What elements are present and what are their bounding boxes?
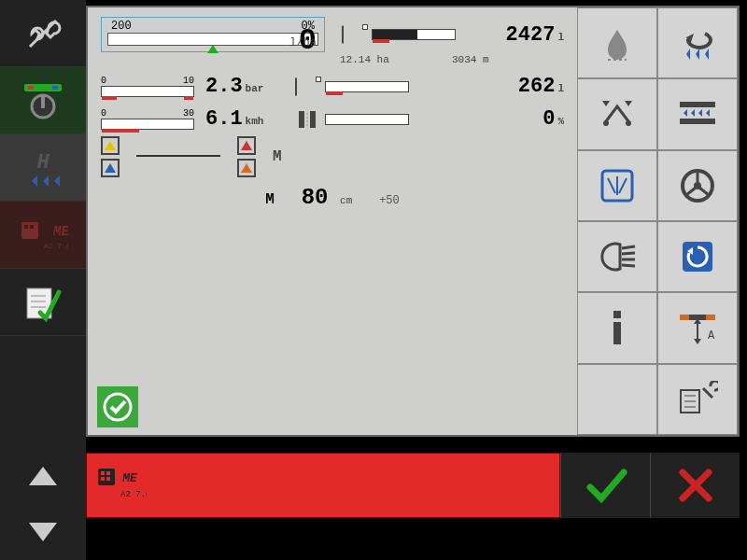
sidebar-down[interactable]	[0, 504, 86, 560]
svg-rect-4	[41, 95, 45, 108]
tri-right-bot[interactable]	[237, 159, 256, 177]
pressure-value: 2.3bar	[205, 75, 263, 98]
svg-rect-70	[101, 477, 105, 481]
x-icon	[677, 467, 714, 504]
btn-info[interactable]	[577, 292, 657, 363]
rate-box[interactable]: 200 0% 0 l/ha	[101, 17, 325, 52]
svg-rect-1	[28, 86, 34, 90]
svg-line-46	[686, 188, 696, 195]
svg-text:ME: ME	[52, 224, 68, 239]
alert-banner[interactable]: ME A2 7.05	[86, 453, 560, 518]
tank1-progress	[372, 29, 456, 40]
sidebar-settings[interactable]	[0, 0, 86, 67]
tri-left-top[interactable]	[101, 136, 120, 155]
svg-marker-34	[684, 109, 687, 117]
svg-marker-29	[602, 101, 610, 106]
speed-value: 6.1kmh	[205, 107, 263, 131]
btn-boom-height[interactable]: A	[657, 292, 738, 363]
svg-rect-38	[680, 119, 715, 124]
svg-text:ME: ME	[121, 471, 138, 485]
boom-height: M 80 cm +50	[101, 185, 564, 210]
status-ok-badge[interactable]	[97, 386, 138, 427]
svg-point-31	[603, 120, 609, 126]
tri-left-bot[interactable]	[101, 159, 120, 177]
accept-button[interactable]	[560, 453, 650, 518]
svg-text:H: H	[36, 151, 49, 175]
bottom-bar: ME A2 7.05	[86, 453, 740, 518]
btn-empty	[577, 364, 657, 435]
svg-rect-55	[613, 322, 621, 344]
svg-marker-61	[694, 339, 701, 344]
svg-rect-33	[680, 102, 715, 107]
svg-marker-18	[29, 467, 57, 485]
sidebar-headland[interactable]: H	[0, 134, 86, 202]
tank1-area: 12.14 ha	[340, 54, 452, 65]
svg-point-32	[626, 120, 631, 126]
svg-text:A2 7.05: A2 7.05	[120, 490, 147, 499]
checklist-icon	[21, 281, 64, 324]
svg-line-49	[622, 253, 635, 254]
reject-button[interactable]	[650, 453, 740, 518]
svg-marker-37	[706, 109, 710, 117]
svg-marker-19	[29, 523, 57, 541]
svg-rect-10	[24, 225, 28, 229]
btn-config[interactable]	[657, 364, 738, 435]
right-button-grid: A	[577, 7, 738, 435]
sidebar-guidance[interactable]	[0, 67, 86, 134]
section-icon	[599, 167, 636, 204]
boom-sections	[101, 217, 564, 242]
sidebar-up[interactable]	[0, 448, 86, 504]
tank1-value: 2427l	[506, 23, 564, 47]
rate-unit: l/ha	[289, 36, 317, 49]
boom-line	[136, 155, 220, 157]
tri-right-top[interactable]	[237, 136, 256, 155]
btn-fold[interactable]	[577, 78, 657, 149]
boom-height-icon: A	[676, 309, 719, 346]
return-icon	[677, 24, 718, 62]
pressure-gauge: 010	[101, 76, 194, 97]
m-label: M	[273, 148, 282, 165]
tank2-icon	[295, 78, 319, 95]
svg-marker-36	[698, 109, 702, 117]
controller-icon: ME A2 7.05	[18, 217, 68, 254]
check-circle-icon	[102, 391, 134, 423]
track-progress	[325, 114, 409, 125]
sidebar-controller[interactable]: ME A2 7.05	[0, 202, 86, 269]
btn-return[interactable]	[657, 7, 738, 78]
boom-geometry-row: M	[101, 136, 564, 177]
svg-rect-57	[680, 315, 689, 320]
config-icon	[677, 381, 718, 418]
tank1-icon	[342, 26, 366, 43]
btn-refresh[interactable]	[657, 221, 738, 292]
tank2-value: 262l	[518, 75, 564, 98]
btn-steering[interactable]	[657, 150, 738, 221]
alert-controller-icon: ME A2 7.05	[96, 465, 147, 506]
steering-icon	[679, 167, 716, 204]
svg-rect-2	[52, 86, 58, 90]
headlight-icon	[598, 241, 637, 273]
guidance-icon	[19, 78, 67, 123]
wrench-icon	[22, 13, 63, 54]
svg-rect-54	[613, 311, 621, 318]
left-sidebar: H ME A2 7.05	[0, 0, 86, 560]
svg-marker-27	[696, 49, 699, 60]
tank2-progress	[325, 81, 409, 92]
btn-nozzles[interactable]	[657, 78, 738, 149]
svg-marker-30	[625, 101, 632, 106]
svg-line-48	[622, 246, 635, 248]
drop-icon	[599, 24, 636, 62]
svg-marker-35	[691, 109, 695, 117]
sidebar-tasks[interactable]	[0, 269, 86, 336]
btn-rain[interactable]	[577, 7, 657, 78]
btn-lights[interactable]	[577, 221, 657, 292]
svg-rect-69	[106, 471, 110, 475]
rate-target: 200	[111, 20, 132, 33]
refresh-icon	[679, 238, 716, 275]
svg-line-51	[622, 265, 635, 266]
svg-rect-20	[299, 111, 304, 128]
fold-icon	[597, 95, 638, 133]
chevron-up-icon	[29, 467, 57, 485]
svg-text:A2 7.05: A2 7.05	[44, 242, 68, 250]
btn-section-ctrl[interactable]	[577, 150, 657, 221]
svg-rect-21	[310, 111, 316, 128]
